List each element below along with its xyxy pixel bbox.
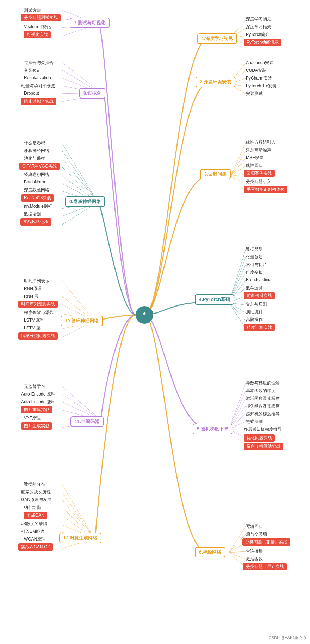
leaf-b12-9[interactable]: 实战WGAN-GP [18, 543, 53, 551]
branch-node-b8[interactable]: 8.过拟合 [79, 88, 105, 99]
leaf-b9-4[interactable]: CIFAR与VGG实战 [19, 163, 60, 170]
leaf-b10-7: LSTM 层 [24, 325, 41, 331]
leaf-b10-6: LSTM原理 [24, 317, 44, 323]
leaf-b6-5: 激活函数 [246, 556, 263, 562]
leaf-b4-2: 张量创建 [246, 254, 263, 260]
leaf-b6-1: 逻辑回归 [246, 524, 263, 530]
leaf-b8-1: 过拟合与欠拟合 [24, 60, 54, 66]
svg-line-39 [229, 551, 246, 553]
leaf-b12-8: WGAN原理 [24, 536, 45, 542]
svg-line-27 [229, 383, 246, 429]
svg-line-25 [229, 303, 246, 321]
leaf-b2-4: PyTorch 1.x安装 [246, 83, 277, 89]
svg-line-78 [62, 492, 94, 538]
leaf-b5-2: 基本函数的梯度 [246, 388, 275, 394]
leaf-b6-3[interactable]: 分类问题（张量）实战 [242, 538, 290, 546]
leaf-b7-2[interactable]: 分类问题测试实战 [21, 14, 61, 21]
svg-line-71 [62, 386, 101, 421]
leaf-b4-11[interactable]: 精度计算实战 [244, 324, 275, 331]
leaf-b1-4[interactable]: PyTorch功能演示 [244, 39, 281, 46]
leaf-b8-5: Dropout [24, 91, 39, 96]
branch-node-b11[interactable]: 11.自编码器 [70, 416, 104, 427]
leaf-b9-6: BatchNorm [24, 179, 45, 184]
leaf-b4-3: 索引与切片 [246, 262, 267, 268]
svg-line-54 [62, 158, 98, 202]
leaf-b5-6: 链式法则 [246, 419, 263, 425]
leaf-b9-8[interactable]: ResNet18实战 [21, 194, 54, 202]
leaf-b4-1: 数据类型 [246, 246, 263, 252]
leaf-b9-7: 深度残差网络 [24, 187, 49, 193]
leaf-b8-6[interactable]: 防止过拟合实战 [21, 98, 56, 105]
leaf-b2-3: PyCharm安装 [246, 75, 272, 81]
leaf-b12-3: GAN原理与发展 [21, 497, 51, 503]
leaf-b7-1: 测试方法 [24, 8, 41, 14]
branch-node-b6[interactable]: 6.神经网络 [195, 547, 225, 557]
leaf-b7-3: Visdom可视化 [24, 24, 51, 30]
center-node: * [136, 306, 153, 324]
leaf-b6-2: 熵与交叉熵 [246, 531, 267, 537]
mind-map: * 1.深度学习初见 2.开发环境安装 3.回归问题 4.PyTorch基础 5… [0, 0, 310, 644]
leaf-b5-8[interactable]: 优化问题实战 [244, 434, 275, 442]
leaf-b9-2: 卷积神经网络 [24, 148, 49, 154]
branch-node-b2[interactable]: 2.开发环境安装 [196, 77, 235, 87]
leaf-b3-5[interactable]: 回归案例实战 [244, 170, 275, 177]
leaf-b7-4[interactable]: 可视化实战 [24, 31, 51, 38]
leaf-b10-8[interactable]: 情感分类问题实战 [18, 332, 58, 340]
svg-line-40 [229, 553, 246, 559]
leaf-b5-1: 导数与梯度的理解 [246, 380, 280, 386]
leaf-b5-3: 激活函数及其梯度 [246, 396, 280, 402]
leaf-b1-2: 深度学习框架 [246, 24, 271, 30]
svg-line-14 [231, 176, 246, 183]
leaf-b11-2: Auto-Encoder原理 [21, 391, 55, 397]
branch-node-b12[interactable]: 12.对抗生成网络 [59, 533, 101, 543]
leaf-b11-6[interactable]: 图片生成实战 [21, 422, 52, 430]
branch-node-b10[interactable]: 10.循环神经网络 [61, 316, 103, 326]
leaf-b3-7[interactable]: 手写数字识别初体验 [244, 186, 287, 193]
leaf-b3-2: 添加高斯噪声 [246, 147, 271, 153]
leaf-b2-5: 安装测试 [246, 91, 263, 97]
leaf-b12-7: 引入EM距离 [21, 529, 44, 535]
leaf-b5-4: 损失函数及其梯度 [246, 403, 280, 409]
svg-line-28 [229, 390, 246, 429]
leaf-b3-3: MSE误差 [246, 155, 264, 161]
leaf-b12-4: 纳什均衡 [24, 505, 41, 511]
leaf-b8-3: Regularization [24, 75, 51, 80]
leaf-b4-9: 属性统计 [246, 309, 263, 315]
leaf-b11-5: VAE原理 [24, 415, 41, 421]
leaf-b9-11[interactable]: 实战风格迁移 [20, 218, 51, 226]
branch-node-b9[interactable]: 9.卷积神经网络 [65, 196, 105, 207]
leaf-b5-5: 感知机的梯度推导 [246, 411, 280, 417]
leaf-b8-2: 交叉验证 [24, 68, 41, 74]
leaf-b4-6: 数学运算 [246, 285, 263, 291]
branch-node-b5[interactable]: 5.随机梯度下降 [193, 424, 232, 434]
leaf-b9-10: 数据增强 [24, 211, 41, 217]
leaf-b3-1: 线性方程组引入 [246, 139, 275, 145]
leaf-b11-4[interactable]: 图片重建实战 [21, 406, 52, 413]
branch-node-b7[interactable]: 7.测试与可视化 [70, 18, 110, 28]
leaf-b4-10: 高阶操作 [246, 317, 263, 323]
svg-line-53 [62, 150, 98, 202]
branch-node-b1[interactable]: 1.深度学习初见 [197, 33, 237, 44]
leaf-b12-6: JS散度的缺陷 [21, 521, 47, 527]
leaf-b11-1: 无监督学习 [24, 384, 45, 390]
branch-node-b4[interactable]: 4.PyTorch基础 [195, 294, 234, 305]
leaf-b4-7[interactable]: 前向传播实战 [244, 292, 275, 299]
center-label: * [143, 311, 146, 319]
leaf-b10-1: 时间序列表示 [24, 278, 49, 284]
leaf-b8-4: 动量与学习率衰减 [21, 83, 55, 89]
branch-node-b3[interactable]: 3.回归问题 [200, 169, 231, 179]
leaf-b3-6: 分类问题引入 [246, 179, 271, 185]
leaf-b1-1: 深度学习初见 [246, 16, 271, 22]
leaf-b4-4: 维度变换 [246, 270, 263, 276]
leaf-b12-5[interactable]: 实战GAN [24, 512, 47, 519]
leaf-b6-6[interactable]: 分类问题（层）实战 [243, 563, 287, 570]
leaf-b10-2: RNN原理 [24, 286, 42, 292]
watermark: CSDN @AAI机器之心 [269, 635, 306, 640]
leaf-b10-5: 梯度弥散与爆炸 [24, 310, 54, 316]
leaf-b9-1: 什么是卷积 [24, 140, 45, 146]
leaf-b5-9[interactable]: 反向传播算法实战 [244, 443, 283, 450]
leaf-b12-1: 数据的分布 [24, 481, 45, 487]
leaf-b10-4[interactable]: 时间序列预测实战 [18, 301, 58, 308]
leaf-b9-5: 经典卷积网络 [24, 172, 49, 178]
leaf-b2-1: Anaconda安装 [246, 60, 273, 66]
